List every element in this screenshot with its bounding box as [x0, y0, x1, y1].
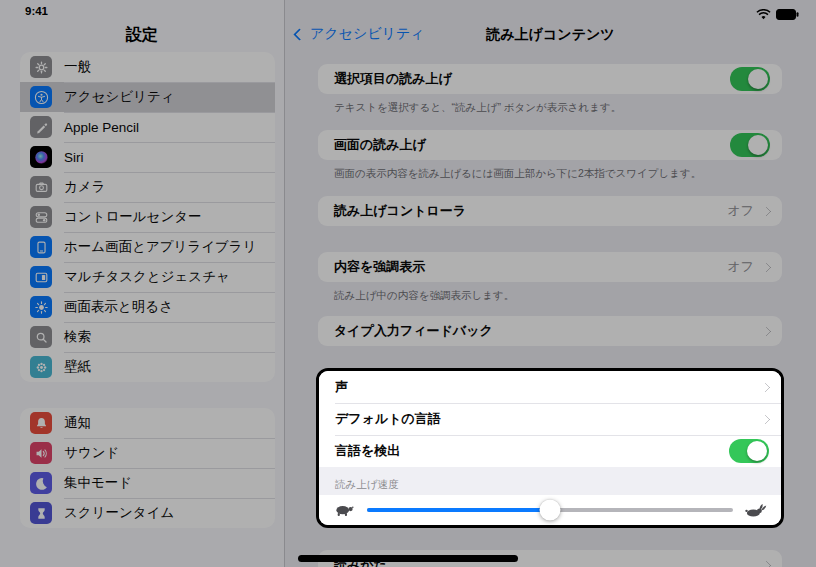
- row-typing-feedback[interactable]: タイプ入力フィードバック: [318, 316, 782, 346]
- sidebar-group-main: 一般 アクセシビリティ Apple Pencil Siri カメラ コントロール…: [20, 52, 275, 382]
- settings-app: 9:41 設定 一般 アクセシビリティ Apple Pencil Siri: [0, 0, 816, 567]
- speaking-rate-slider[interactable]: [367, 508, 733, 512]
- pencil-icon: [30, 116, 52, 138]
- sidebar-title: 設定: [0, 0, 284, 46]
- footnote-highlight-content: 読み上げ中の内容を強調表示します。: [334, 289, 766, 303]
- speaker-icon: [30, 442, 52, 464]
- sidebar-item-apple-pencil[interactable]: Apple Pencil: [20, 112, 275, 142]
- hare-icon: [744, 503, 767, 518]
- camera-icon: [30, 176, 52, 198]
- sidebar-item-label: カメラ: [64, 178, 105, 196]
- nav-header: アクセシビリティ 読み上げコンテンツ: [285, 0, 816, 56]
- row-highlight-content[interactable]: 内容を強調表示 オフ: [318, 252, 782, 282]
- sidebar-item-label: 画面表示と明るさ: [64, 298, 173, 316]
- siri-icon: [30, 146, 52, 168]
- chevron-right-icon: [761, 382, 771, 392]
- row-default-language[interactable]: デフォルトの言語: [319, 403, 781, 435]
- chevron-right-icon: [762, 560, 772, 567]
- sidebar-item-label: Siri: [64, 150, 84, 165]
- speaking-rate-header: 読み上げ速度: [319, 467, 781, 495]
- sidebar-item-siri[interactable]: Siri: [20, 142, 275, 172]
- row-voices[interactable]: 声: [319, 371, 781, 403]
- sidebar-item-notifications[interactable]: 通知: [20, 408, 275, 438]
- highlight-content-value: オフ: [727, 258, 754, 276]
- sidebar-item-label: サウンド: [64, 444, 119, 462]
- sidebar-group-notifications: 通知 サウンド 集中モード スクリーンタイム: [20, 408, 275, 528]
- search-icon: [30, 326, 52, 348]
- sidebar-item-label: 壁紙: [64, 358, 91, 376]
- speaking-rate-slider-row: [319, 495, 781, 525]
- control-center-icon: [30, 206, 52, 228]
- sidebar-item-wallpaper[interactable]: 壁紙: [20, 352, 275, 382]
- multitasking-icon: [30, 266, 52, 288]
- speech-controller-value: オフ: [727, 202, 754, 220]
- bell-icon: [30, 412, 52, 434]
- sidebar-item-label: スクリーンタイム: [64, 504, 174, 522]
- home-screen-icon: [30, 236, 52, 258]
- sidebar-item-label: Apple Pencil: [64, 120, 139, 135]
- sidebar-item-display-brightness[interactable]: 画面表示と明るさ: [20, 292, 275, 322]
- sidebar-item-search[interactable]: 検索: [20, 322, 275, 352]
- annotation-bar: [298, 555, 518, 562]
- sidebar-item-focus[interactable]: 集中モード: [20, 468, 275, 498]
- sidebar-item-label: 一般: [64, 58, 91, 76]
- display-brightness-icon: [30, 296, 52, 318]
- sidebar-item-multitasking[interactable]: マルチタスクとジェスチャ: [20, 262, 275, 292]
- tortoise-icon: [333, 503, 356, 518]
- sidebar-item-sounds[interactable]: サウンド: [20, 438, 275, 468]
- sidebar-item-label: ホーム画面とアプリライブラリ: [64, 238, 256, 256]
- slider-thumb[interactable]: [540, 500, 561, 521]
- sidebar-item-control-center[interactable]: コントロールセンター: [20, 202, 275, 232]
- chevron-right-icon: [762, 326, 772, 336]
- footnote-speak-selection: テキストを選択すると、“読み上げ” ボタンが表示されます。: [334, 101, 766, 115]
- sidebar-item-label: アクセシビリティ: [64, 88, 175, 106]
- sidebar-item-accessibility[interactable]: アクセシビリティ: [20, 82, 275, 112]
- highlight-callout-box: 声 デフォルトの言語 言語を検出 読み上げ速度: [316, 368, 784, 528]
- wallpaper-icon: [30, 356, 52, 378]
- sidebar-item-label: マルチタスクとジェスチャ: [64, 268, 230, 286]
- sidebar-item-camera[interactable]: カメラ: [20, 172, 275, 202]
- hourglass-icon: [30, 502, 52, 524]
- sidebar-item-label: コントロールセンター: [64, 208, 202, 226]
- chevron-right-icon: [761, 414, 771, 424]
- footnote-speak-screen: 画面の表示内容を読み上げるには画面上部から下に2本指でスワイプします。: [334, 167, 766, 181]
- moon-icon: [30, 472, 52, 494]
- sidebar-item-label: 検索: [64, 328, 91, 346]
- row-speak-selection[interactable]: 選択項目の読み上げ: [318, 64, 782, 94]
- speak-selection-toggle[interactable]: [730, 67, 770, 91]
- sidebar-item-general[interactable]: 一般: [20, 52, 275, 82]
- chevron-right-icon: [762, 262, 772, 272]
- slider-fill: [367, 508, 550, 512]
- sidebar-item-home-screen[interactable]: ホーム画面とアプリライブラリ: [20, 232, 275, 262]
- detect-languages-toggle[interactable]: [729, 439, 769, 463]
- settings-sidebar: 設定 一般 アクセシビリティ Apple Pencil Siri カメラ: [0, 0, 285, 567]
- speak-screen-toggle[interactable]: [730, 133, 770, 157]
- page-title: 読み上げコンテンツ: [285, 26, 816, 44]
- gear-icon: [30, 56, 52, 78]
- row-speak-screen[interactable]: 画面の読み上げ: [318, 130, 782, 160]
- row-speech-controller[interactable]: 読み上げコントローラ オフ: [318, 196, 782, 226]
- spoken-content-panel: アクセシビリティ 読み上げコンテンツ 選択項目の読み上げ テキストを選択すると、…: [285, 0, 816, 567]
- sidebar-item-label: 通知: [64, 414, 91, 432]
- sidebar-item-screen-time[interactable]: スクリーンタイム: [20, 498, 275, 528]
- accessibility-icon: [30, 86, 52, 108]
- chevron-right-icon: [762, 206, 772, 216]
- row-detect-languages[interactable]: 言語を検出: [319, 435, 781, 467]
- sidebar-item-label: 集中モード: [64, 474, 132, 492]
